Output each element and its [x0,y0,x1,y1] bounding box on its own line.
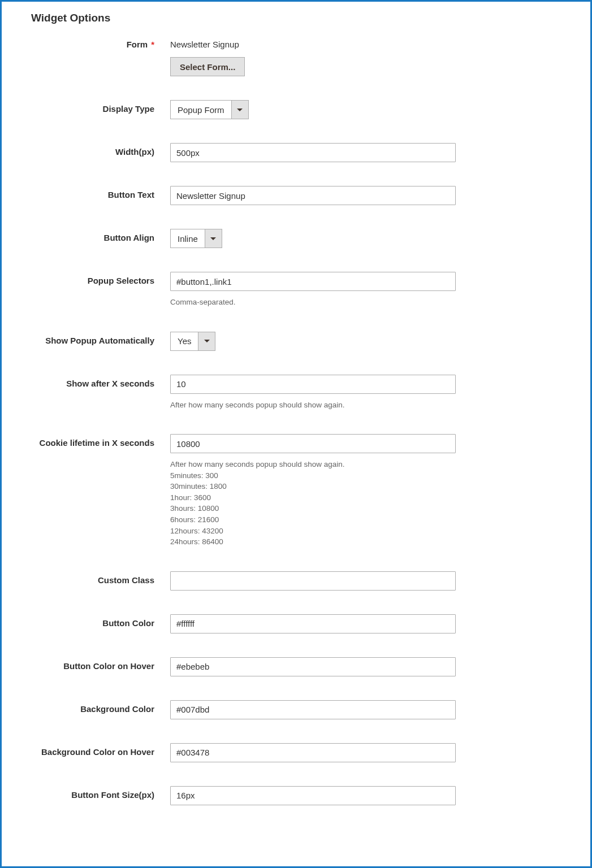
row-button-align: Button Align Inline [31,229,561,248]
label-display-type: Display Type [31,100,170,114]
row-form: Form* Newsletter Signup [31,36,561,49]
popup-selectors-input[interactable] [170,272,456,291]
background-color-input[interactable] [170,700,456,719]
label-button-color-hover: Button Color on Hover [31,657,170,671]
popup-selectors-help: Comma-separated. [170,297,561,308]
row-cookie-lifetime: Cookie lifetime in X seconds After how m… [31,434,561,548]
display-type-value: Popup Form [171,101,231,119]
label-background-color-hover: Background Color on Hover [31,743,170,757]
row-show-auto: Show Popup Automatically Yes [31,332,561,351]
label-show-after: Show after X seconds [31,375,170,388]
label-cookie-lifetime: Cookie lifetime in X seconds [31,434,170,448]
show-auto-value: Yes [171,332,198,350]
label-background-color: Background Color [31,700,170,714]
row-form-button: Select Form... [31,57,561,76]
label-button-align: Button Align [31,229,170,242]
chevron-down-icon [198,332,215,350]
label-button-font-size: Button Font Size(px) [31,786,170,800]
background-color-hover-input[interactable] [170,743,456,762]
required-indicator: * [151,40,154,49]
custom-class-input[interactable] [170,571,456,591]
width-input[interactable] [170,143,456,162]
row-button-text: Button Text [31,186,561,205]
row-button-color: Button Color [31,614,561,633]
widget-options-panel: Widget Options Form* Newsletter Signup S… [0,0,592,868]
row-custom-class: Custom Class [31,571,561,591]
cookie-lifetime-input[interactable] [170,434,456,453]
label-popup-selectors: Popup Selectors [31,272,170,285]
button-color-input[interactable] [170,614,456,633]
show-after-help: After how many seconds popup should show… [170,400,561,411]
row-width: Width(px) [31,143,561,162]
button-align-value: Inline [171,229,205,248]
label-form: Form* [31,36,170,49]
label-button-color: Button Color [31,614,170,628]
button-color-hover-input[interactable] [170,657,456,676]
chevron-down-icon [205,229,222,248]
row-display-type: Display Type Popup Form [31,100,561,119]
cookie-lifetime-help: After how many seconds popup should show… [170,459,561,548]
label-custom-class: Custom Class [31,571,170,585]
chevron-down-icon [231,101,248,119]
button-font-size-input[interactable] [170,786,456,805]
show-auto-select[interactable]: Yes [170,332,215,351]
row-popup-selectors: Popup Selectors Comma-separated. [31,272,561,308]
row-show-after: Show after X seconds After how many seco… [31,375,561,411]
label-button-text: Button Text [31,186,170,199]
show-after-input[interactable] [170,375,456,394]
row-background-color: Background Color [31,700,561,719]
label-show-auto: Show Popup Automatically [31,332,170,345]
row-button-color-hover: Button Color on Hover [31,657,561,676]
button-text-input[interactable] [170,186,456,205]
button-align-select[interactable]: Inline [170,229,222,248]
label-width: Width(px) [31,143,170,157]
row-button-font-size: Button Font Size(px) [31,786,561,805]
display-type-select[interactable]: Popup Form [170,100,249,119]
section-title: Widget Options [31,12,561,24]
form-selected-value: Newsletter Signup [170,36,561,49]
row-background-color-hover: Background Color on Hover [31,743,561,762]
select-form-button[interactable]: Select Form... [170,57,245,76]
